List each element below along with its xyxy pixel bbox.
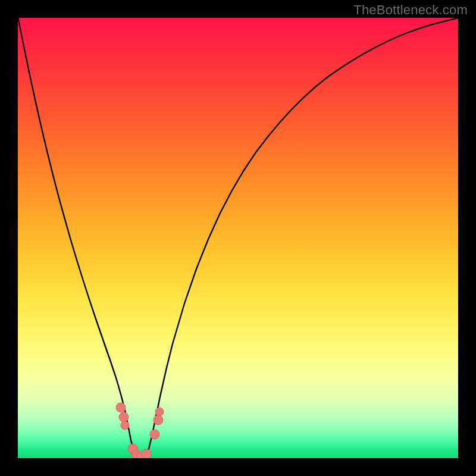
curve-svg — [18, 18, 458, 458]
data-marker — [116, 403, 126, 412]
watermark-text: TheBottleneck.com — [353, 2, 468, 18]
data-marker — [150, 430, 159, 439]
data-markers — [116, 403, 164, 458]
data-marker — [155, 408, 164, 416]
bottleneck-curve — [18, 18, 458, 457]
data-marker — [154, 415, 163, 425]
data-marker — [121, 421, 129, 430]
data-marker — [142, 449, 151, 458]
data-marker — [119, 412, 129, 422]
plot-area — [18, 18, 458, 458]
chart-frame: TheBottleneck.com — [0, 0, 476, 476]
